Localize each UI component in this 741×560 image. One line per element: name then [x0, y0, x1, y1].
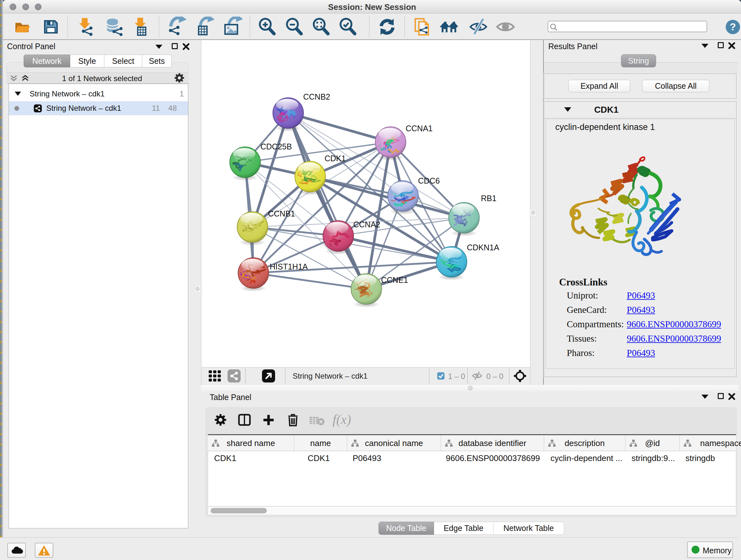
- svg-text:CCNB2: CCNB2: [303, 92, 330, 101]
- svg-text:CCNE1: CCNE1: [381, 275, 408, 285]
- svg-text:CCNA2: CCNA2: [353, 220, 381, 229]
- svg-text:CDC25B: CDC25B: [260, 142, 292, 151]
- svg-text:HIST1H1A: HIST1H1A: [270, 262, 308, 271]
- svg-text:CDC6: CDC6: [418, 176, 440, 185]
- svg-text:CDK1: CDK1: [325, 154, 346, 163]
- svg-text:CCNA1: CCNA1: [406, 124, 433, 133]
- svg-text:RB1: RB1: [481, 194, 496, 203]
- svg-text:CCNB1: CCNB1: [268, 209, 295, 218]
- svg-text:CDKN1A: CDKN1A: [467, 243, 499, 252]
